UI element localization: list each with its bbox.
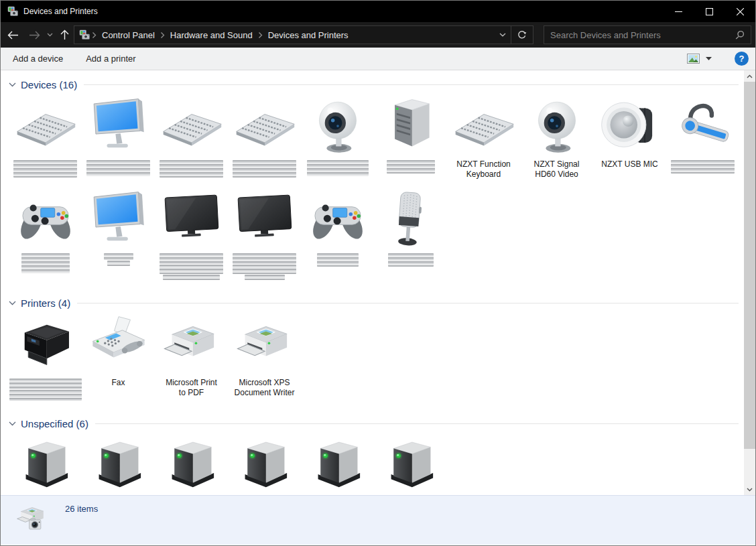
chevron-down-icon <box>499 33 506 37</box>
device-tile[interactable] <box>82 96 155 180</box>
add-a-printer-button[interactable]: Add a printer <box>86 54 135 64</box>
printers-tiles: FaxMicrosoft Print to PDFMicrosoft XPS D… <box>9 314 744 411</box>
device-tile[interactable]: NZXT Function Keyboard <box>447 96 520 180</box>
redacted-text-bar <box>233 160 296 178</box>
close-button[interactable] <box>724 1 755 22</box>
device-tile[interactable]: NZXT USB Device <box>155 435 228 495</box>
monitor-icon <box>88 96 149 157</box>
refresh-button[interactable] <box>511 26 533 44</box>
help-button[interactable]: ? <box>735 52 749 66</box>
keyboard-icon <box>453 96 515 157</box>
add-a-device-button[interactable]: Add a device <box>13 54 63 64</box>
section-title: Unspecified (6) <box>21 418 88 429</box>
command-bar: Add a device Add a printer ? <box>1 48 755 70</box>
up-button[interactable] <box>56 22 74 48</box>
forward-button[interactable] <box>25 22 44 48</box>
device-tile[interactable] <box>301 189 374 281</box>
help-label: ? <box>739 54 745 64</box>
device-tile[interactable] <box>374 435 447 495</box>
search-input[interactable] <box>550 30 735 40</box>
scroll-up-button[interactable] <box>744 70 755 82</box>
device-tile[interactable] <box>155 96 228 180</box>
device-tile[interactable]: NZXT Signal HD60 Video <box>520 96 593 180</box>
scrollbar-thumb[interactable] <box>744 82 755 449</box>
breadcrumb-item[interactable]: Hardware and Sound <box>167 30 256 40</box>
device-label-redacted <box>82 253 155 267</box>
back-button[interactable] <box>1 22 25 48</box>
device-label: Microsoft XPS Document Writer <box>228 378 301 398</box>
redacted-text-bar <box>160 253 223 264</box>
device-label: Fax <box>82 378 155 388</box>
device-tile[interactable] <box>301 96 374 180</box>
device-tile[interactable] <box>9 96 82 180</box>
device-icon-box <box>82 189 155 251</box>
printer-camera-icon <box>13 501 52 539</box>
gamepad-icon <box>307 189 369 251</box>
device-tile[interactable] <box>228 189 301 281</box>
device-tile[interactable] <box>82 189 155 281</box>
device-tile[interactable]: Microsoft Print to PDF <box>155 314 228 401</box>
monitor-icon <box>88 189 149 251</box>
previous-locations-button[interactable] <box>495 26 511 44</box>
section-header-devices[interactable]: Devices (16) <box>9 77 744 92</box>
device-tile[interactable]: NZXT KrakenZ Device <box>82 435 155 495</box>
vertical-scrollbar[interactable] <box>744 70 755 495</box>
devicebox-icon <box>15 435 76 495</box>
address-bar[interactable]: Control PanelHardware and SoundDevices a… <box>74 25 533 44</box>
minimize-button[interactable] <box>663 1 694 22</box>
redacted-text-bar <box>107 261 130 266</box>
device-tile[interactable] <box>374 189 447 281</box>
device-tile[interactable]: NZXT USB Device <box>301 435 374 495</box>
printer-icon <box>234 314 296 376</box>
device-tile[interactable]: NZXT USB Device <box>228 435 301 495</box>
breadcrumb-chevron-icon <box>160 31 165 39</box>
chevron-down-icon <box>47 33 53 37</box>
section-header-printers[interactable]: Printers (4) <box>9 295 744 310</box>
device-tile[interactable]: Microsoft XPS Document Writer <box>228 314 301 401</box>
redacted-text-bar <box>163 275 220 280</box>
redacted-text-bar <box>233 253 296 264</box>
device-icon-box <box>374 435 447 495</box>
devices-tiles: NZXT Function KeyboardNZXT Signal HD60 V… <box>9 96 744 290</box>
device-label-redacted <box>666 159 739 174</box>
maximize-button[interactable] <box>694 1 724 22</box>
device-icon-box <box>82 435 155 495</box>
redacted-text-bar <box>160 160 223 178</box>
device-icon-box <box>593 96 666 157</box>
device-tile[interactable] <box>9 189 82 281</box>
device-tile[interactable] <box>155 189 228 281</box>
tv-icon <box>234 189 296 251</box>
scroll-down-button[interactable] <box>744 484 755 495</box>
breadcrumb-item[interactable]: Control Panel <box>99 30 158 40</box>
device-tile[interactable] <box>228 96 301 180</box>
device-tile[interactable] <box>666 96 739 180</box>
device-tile[interactable] <box>9 314 82 401</box>
section-title: Devices (16) <box>21 79 77 90</box>
redacted-text-bar <box>307 160 369 176</box>
device-label: NZXT Function Keyboard <box>447 159 520 180</box>
device-tile[interactable] <box>9 435 82 495</box>
device-tile[interactable]: Fax <box>82 314 155 401</box>
change-view-button[interactable] <box>687 54 712 64</box>
devicebox-icon <box>88 435 149 495</box>
recent-locations-button[interactable] <box>44 22 56 48</box>
breadcrumb: Control PanelHardware and SoundDevices a… <box>90 30 352 40</box>
breadcrumb-item[interactable]: Devices and Printers <box>265 30 352 40</box>
search-icon[interactable] <box>735 30 745 40</box>
device-tile[interactable] <box>374 96 447 180</box>
device-tile[interactable]: NZXT USB MIC <box>593 96 666 180</box>
section-header-unspecified[interactable]: Unspecified (6) <box>9 416 744 431</box>
redacted-text-bar <box>233 265 296 274</box>
devices-and-printers-app-icon <box>7 6 18 17</box>
device-icon-box <box>155 96 228 157</box>
redacted-text-bar <box>388 253 434 267</box>
device-label-redacted <box>301 253 374 267</box>
device-label-redacted <box>301 159 374 177</box>
scrollbar-track[interactable] <box>744 82 755 484</box>
view-thumbnail-icon <box>687 54 700 64</box>
view-dropdown-caret-icon <box>706 57 712 60</box>
device-icon-box <box>374 96 447 157</box>
redacted-text-bar <box>86 160 150 176</box>
tower-icon <box>380 96 442 157</box>
tv-icon <box>161 189 223 251</box>
